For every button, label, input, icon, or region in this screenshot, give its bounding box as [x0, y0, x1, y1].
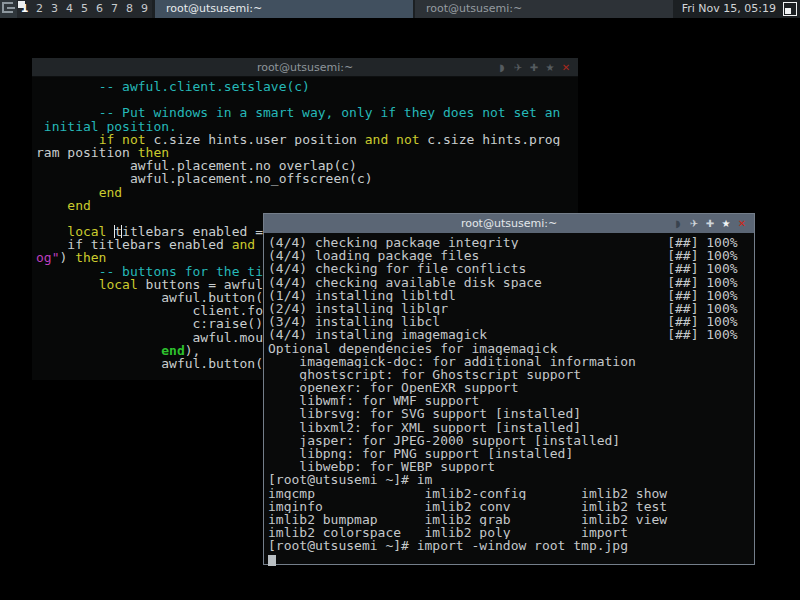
close-icon[interactable]: ✕ — [734, 214, 750, 233]
layout-icon[interactable] — [783, 2, 797, 16]
logo-shape-2 — [7, 7, 15, 9]
terminal-line: (4/4) checking available disk space [##]… — [268, 276, 750, 289]
tag-1[interactable]: 1 — [17, 0, 32, 18]
terminal-line — [268, 553, 750, 566]
tag-8[interactable]: 8 — [122, 0, 137, 18]
maximize-icon[interactable]: ✈ — [510, 58, 526, 77]
terminal-line: awful.placement.no_overlap(c) — [36, 159, 574, 172]
sticky-icon[interactable]: ✚ — [526, 58, 542, 77]
terminal-line: -- awful.client.setslave(c) — [36, 80, 574, 93]
tag-4[interactable]: 4 — [62, 0, 77, 18]
ontop-icon[interactable]: ★ — [718, 214, 734, 233]
window2-titlebar[interactable]: root@utsusemi:~ ◗✈✚★✕ — [264, 214, 754, 233]
terminal-line: (4/4) checking package integrity [##] 10… — [268, 236, 750, 249]
taglist: 123456789 — [17, 0, 152, 18]
window2-terminal-content[interactable]: (4/4) checking package integrity [##] 10… — [264, 233, 754, 569]
terminal-line: end — [36, 199, 574, 212]
clock: Fri Nov 15, 05:19 — [682, 0, 776, 18]
terminal-line: imginfo imlib2_conv imlib2_test — [268, 500, 750, 513]
awesome-logo-icon[interactable] — [0, 0, 17, 18]
tag-2[interactable]: 2 — [32, 0, 47, 18]
terminal-line: imlib2_colorspace imlib2_poly import — [268, 526, 750, 539]
terminal-line: imagemagick-doc: for additional informat… — [268, 355, 750, 368]
terminal-line: initial position. — [36, 120, 574, 133]
task-item-2[interactable]: root@utsusemi:~ — [415, 0, 673, 18]
terminal-line: imlib2_bumpmap imlib2_grab imlib2_view — [268, 513, 750, 526]
terminal-line — [36, 93, 574, 106]
terminal-line: [root@utsusemi ~]# im — [268, 473, 750, 486]
terminal-line: if not c.size_hints.user_position and no… — [36, 133, 574, 146]
floating-icon[interactable]: ◗ — [670, 214, 686, 233]
terminal-line: ram_position then — [36, 146, 574, 159]
window1-titlebar-buttons: ◗✈✚★✕ — [494, 58, 574, 76]
tag-7[interactable]: 7 — [107, 0, 122, 18]
terminal-line: (2/4) installing liblqr [##] 100% — [268, 302, 750, 315]
terminal-line: openexr: for OpenEXR support — [268, 381, 750, 394]
terminal-line: -- Put windows in a smart way, only if t… — [36, 106, 574, 119]
tag-5[interactable]: 5 — [77, 0, 92, 18]
terminal-line: (4/4) installing imagemagick [##] 100% — [268, 328, 750, 341]
terminal-line: libwmf: for WMF support — [268, 394, 750, 407]
close-icon[interactable]: ✕ — [558, 58, 574, 77]
terminal-line: awful.placement.no_offscreen(c) — [36, 172, 574, 185]
window1-titlebar[interactable]: root@utsusemi:~ ◗✈✚★✕ — [32, 58, 578, 77]
terminal-line: end — [36, 186, 574, 199]
sticky-icon[interactable]: ✚ — [702, 214, 718, 233]
terminal-line: [root@utsusemi ~]# import -window root t… — [268, 539, 750, 552]
terminal-line: (1/4) installing libltdl [##] 100% — [268, 289, 750, 302]
terminal-line: libpng: for PNG support [installed] — [268, 447, 750, 460]
maximize-icon[interactable]: ✈ — [686, 214, 702, 233]
terminal-line: (4/4) checking for file conflicts [##] 1… — [268, 262, 750, 275]
terminal-window-pacman: root@utsusemi:~ ◗✈✚★✕ (4/4) checking pac… — [263, 213, 755, 565]
ontop-icon[interactable]: ★ — [542, 58, 558, 77]
terminal-line: (3/4) installing libcl [##] 100% — [268, 315, 750, 328]
top-bar: 123456789 root@utsusemi:~ root@utsusemi:… — [0, 0, 800, 18]
tag-9[interactable]: 9 — [137, 0, 152, 18]
terminal-line: libwebp: for WEBP support — [268, 460, 750, 473]
tag-3[interactable]: 3 — [47, 0, 62, 18]
selected-tag-square — [18, 1, 25, 8]
layout-icon-inner — [785, 8, 791, 14]
terminal-line: (4/4) loading package files [##] 100% — [268, 249, 750, 262]
terminal-line: libxml2: for XML support [installed] — [268, 421, 750, 434]
floating-icon[interactable]: ◗ — [494, 58, 510, 77]
window2-titlebar-buttons: ◗✈✚★✕ — [670, 214, 750, 233]
task-item-1[interactable]: root@utsusemi:~ — [155, 0, 413, 18]
tag-6[interactable]: 6 — [92, 0, 107, 18]
terminal-line: imgcmp imlib2-config imlib2_show — [268, 487, 750, 500]
terminal-line: ghostscript: for Ghostscript support — [268, 368, 750, 381]
terminal-line: Optional dependencies for imagemagick — [268, 342, 750, 355]
terminal-line: jasper: for JPEG-2000 support [installed… — [268, 434, 750, 447]
terminal-line: librsvg: for SVG support [installed] — [268, 407, 750, 420]
